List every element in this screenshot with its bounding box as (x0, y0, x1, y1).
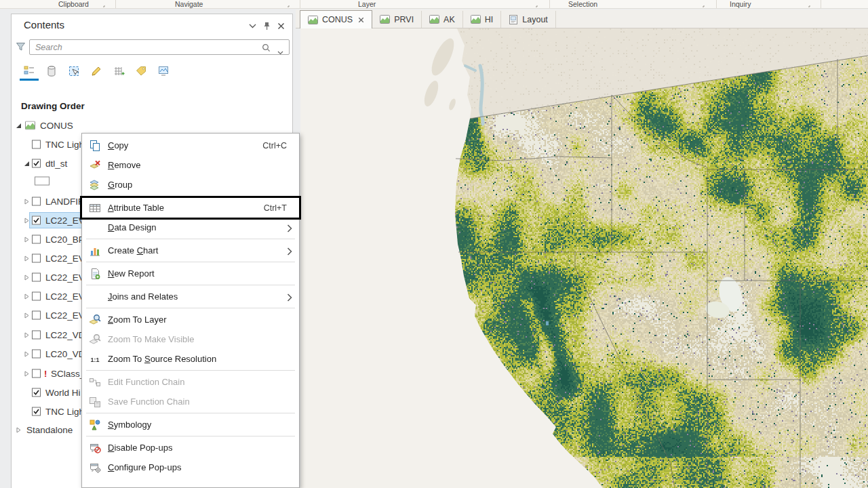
layer-visibility-checkbox[interactable] (32, 235, 41, 244)
dialog-launcher-icon[interactable] (103, 1, 108, 9)
menu-item-disable-pop-ups[interactable]: Disable Pop-ups (82, 438, 299, 458)
expander-expanded-icon[interactable] (24, 160, 31, 167)
tab-label: AK (443, 15, 455, 24)
tab-layout[interactable]: Layout (501, 11, 556, 28)
menu-item-edit-function-chain: Edit Function Chain (82, 372, 299, 392)
expander-collapsed-icon[interactable] (16, 426, 22, 433)
blank-icon (89, 222, 101, 234)
menu-item-label: Save Function Chain (108, 396, 190, 407)
layer-visibility-checkbox[interactable] (32, 369, 41, 378)
menu-item-label: Copy (108, 140, 128, 150)
menu-shortcut: Ctrl+C (262, 141, 299, 150)
map-icon (25, 121, 35, 130)
ribbon-separator (821, 0, 821, 8)
expander-collapsed-icon[interactable] (24, 274, 31, 281)
expander-collapsed-icon[interactable] (24, 293, 31, 300)
layer-label: World Hi (45, 388, 81, 398)
ribbon-strip: Clipboard Navigate Layer Selection Inqui… (0, 0, 868, 9)
dialog-launcher-icon[interactable] (703, 1, 708, 9)
tab-conus[interactable]: CONUS (300, 10, 372, 28)
tab-prvi[interactable]: PRVI (372, 11, 422, 28)
menu-item-copy[interactable]: CopyCtrl+C (82, 136, 299, 155)
map-view[interactable] (300, 28, 868, 488)
submenu-chevron-icon (287, 292, 292, 304)
tab-label: PRVI (394, 15, 414, 24)
layer-visibility-checkbox[interactable] (32, 216, 41, 225)
layer-label: Standalone (26, 425, 73, 435)
dialog-launcher-icon[interactable] (536, 1, 541, 9)
expander-collapsed-icon[interactable] (24, 370, 31, 377)
broken-source-warning-icon[interactable]: ! (44, 369, 47, 379)
tab-ak[interactable]: AK (422, 11, 463, 28)
layer-visibility-checkbox[interactable] (32, 331, 41, 340)
menu-item-new-report[interactable]: New Report (82, 264, 299, 283)
menu-shortcut: Ctrl+T (264, 203, 299, 213)
layer-tree-item-conus[interactable]: CONUS (12, 117, 292, 134)
menu-item-label: Configure Pop-ups (108, 462, 181, 472)
map-tab-icon (308, 16, 318, 24)
expander-collapsed-icon[interactable] (24, 312, 31, 319)
remove-icon (89, 159, 101, 171)
menu-item-label: Disable Pop-ups (108, 443, 172, 453)
layer-label: TNC Ligh (45, 407, 84, 417)
menu-item-create-chart[interactable]: Create Chart (82, 241, 299, 260)
menu-item-attribute-table[interactable]: Attribute TableCtrl+T (82, 198, 299, 218)
dialog-launcher-icon[interactable] (288, 1, 293, 9)
layer-visibility-checkbox[interactable] (32, 388, 41, 397)
menu-item-zoom-to-make-visible: Zoom To Make Visible (82, 329, 299, 349)
menu-item-data-design[interactable]: Data Design (82, 218, 299, 237)
ribbon-group-label-layer: Layer (358, 0, 376, 8)
layer-visibility-checkbox[interactable] (32, 407, 41, 416)
expander-collapsed-icon[interactable] (24, 350, 31, 357)
dialog-launcher-icon[interactable] (808, 1, 814, 9)
svg-text:1:1: 1:1 (90, 356, 99, 363)
menu-item-label: Data Design (108, 222, 157, 232)
expander-collapsed-icon[interactable] (24, 331, 31, 338)
expander-collapsed-icon[interactable] (24, 198, 31, 205)
menu-item-label: Create Chart (108, 245, 158, 256)
menu-item-joins-and-relates[interactable]: Joins and Relates (82, 287, 299, 306)
layer-visibility-checkbox[interactable] (32, 292, 41, 301)
layer-visibility-checkbox[interactable] (32, 197, 41, 206)
menu-item-remove[interactable]: Remove (82, 155, 299, 175)
legend-swatch[interactable] (35, 177, 50, 186)
layer-label: LC20_VD (45, 349, 85, 359)
menu-item-zoom-to-source-resolution[interactable]: 1:1Zoom To Source Resolution (82, 349, 299, 369)
menu-item-symbology[interactable]: Symbology (82, 415, 299, 434)
layer-visibility-checkbox[interactable] (32, 350, 41, 359)
menu-item-zoom-to-layer[interactable]: Zoom To Layer (82, 310, 299, 329)
menu-item-label: Zoom To Make Visible (108, 334, 194, 344)
menu-item-label: Zoom To Layer (108, 314, 166, 325)
close-tab-icon[interactable] (358, 17, 364, 23)
layer-label: LANDFIR (45, 197, 85, 207)
layer-visibility-checkbox[interactable] (32, 254, 41, 263)
menu-item-label: Zoom To Source Resolution (108, 354, 216, 364)
ribbon-group-label-inquiry: Inquiry (730, 0, 751, 8)
map-tab-icon (429, 15, 439, 24)
map-tab-icon (380, 15, 390, 24)
layer-visibility-checkbox[interactable] (32, 140, 41, 149)
menu-item-group[interactable]: Group (82, 175, 299, 195)
menu-item-label: New Report (108, 268, 155, 279)
menu-item-label: Remove (108, 160, 140, 170)
layer-label: dtl_st (45, 159, 67, 169)
expander-collapsed-icon[interactable] (24, 217, 31, 224)
map-tab-icon (471, 15, 481, 24)
submenu-chevron-icon (287, 223, 292, 235)
save-function-chain-icon (89, 396, 101, 408)
menu-item-configure-pop-ups[interactable]: Configure Pop-ups (82, 458, 299, 477)
layer-visibility-checkbox[interactable] (32, 273, 41, 282)
menu-item-label: Attribute Table (108, 203, 164, 213)
copy-icon (89, 140, 101, 152)
layer-visibility-checkbox[interactable] (32, 311, 41, 320)
tab-hi[interactable]: HI (463, 11, 502, 28)
edit-function-chain-icon (89, 376, 101, 388)
layer-label: LC22_VD (45, 330, 85, 340)
expander-collapsed-icon[interactable] (24, 236, 31, 243)
expander-collapsed-icon[interactable] (24, 255, 31, 262)
layer-context-menu: CopyCtrl+CRemoveGroupAttribute TableCtrl… (81, 133, 300, 488)
expander-expanded-icon[interactable] (16, 122, 22, 129)
layer-visibility-checkbox[interactable] (32, 159, 41, 168)
ribbon-separator (115, 0, 116, 8)
tab-label: Layout (522, 15, 548, 24)
